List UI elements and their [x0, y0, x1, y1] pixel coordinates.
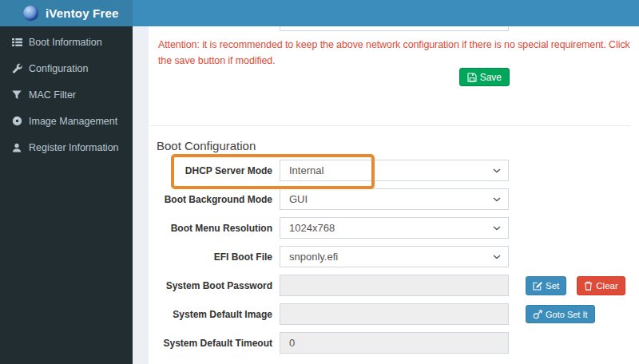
field-label: EFI Boot File — [157, 251, 272, 263]
clear-button-label: Clear — [596, 281, 617, 291]
sidebar-item-label: MAC Filter — [29, 89, 76, 101]
selected-value: 1024x768 — [280, 222, 335, 234]
system-boot-password-input — [280, 275, 509, 296]
wrench-icon — [11, 63, 22, 73]
section-title: Boot Configuration — [157, 139, 256, 152]
clear-password-button[interactable]: Clear — [577, 276, 625, 295]
boot-background-mode-select[interactable]: GUI — [280, 188, 509, 210]
sidebar-item-label: Boot Information — [29, 37, 102, 48]
user-icon — [11, 142, 22, 152]
trash-icon — [584, 281, 593, 291]
system-default-image-input — [280, 303, 509, 325]
field-label: System Boot Password — [157, 280, 272, 291]
sidebar-item-boot-information[interactable]: Boot Information — [0, 29, 133, 55]
floppy-icon — [467, 73, 477, 82]
image-actions: Goto Set It — [526, 305, 595, 323]
sidebar: Boot Information Configuration MAC Filte… — [0, 26, 133, 364]
selected-value: Internal — [280, 164, 323, 176]
form-row-boot-menu-resolution: Boot Menu Resolution 1024x768 — [157, 217, 625, 239]
chevron-down-icon — [493, 226, 501, 231]
form-row-system-default-image: System Default Image Goto Set It — [157, 303, 625, 325]
password-actions: Set Clear — [526, 276, 625, 295]
sidebar-item-register-information[interactable]: Register Information — [0, 134, 133, 160]
disc-icon — [11, 116, 22, 126]
save-button-label: Save — [480, 72, 502, 83]
field-label: System Default Timeout — [157, 338, 272, 349]
system-default-timeout-input: 0 — [280, 332, 509, 354]
goto-set-it-button[interactable]: Goto Set It — [526, 305, 595, 323]
chevron-down-icon — [493, 168, 501, 173]
form-row-system-boot-password: System Boot Password Set Clear — [157, 275, 625, 296]
set-button-label: Set — [546, 281, 559, 291]
form-row-system-default-timeout: System Default Timeout 0 — [157, 332, 625, 354]
sidebar-item-label: Configuration — [29, 63, 88, 74]
form-row-efi-boot-file: EFI Boot File snponly.efi — [157, 246, 625, 267]
chevron-down-icon — [493, 255, 501, 259]
attention-notice: Attention: it is recommended to keep the… — [158, 37, 634, 69]
main-content: Attention: it is recommended to keep the… — [133, 26, 639, 364]
sidebar-item-label: Register Information — [29, 142, 119, 153]
selected-value: snponly.efi — [280, 251, 338, 263]
sidebar-item-mac-filter[interactable]: MAC Filter — [0, 81, 133, 108]
sidebar-item-image-management[interactable]: Image Management — [0, 108, 133, 134]
mars-icon — [533, 310, 542, 319]
iventoy-globe-icon — [23, 6, 38, 21]
filter-icon — [11, 89, 22, 100]
field-label: Boot Background Mode — [157, 194, 272, 205]
set-password-button[interactable]: Set — [526, 276, 566, 295]
field-label: System Default Image — [157, 309, 272, 320]
input-value: 0 — [280, 337, 295, 349]
logo-area[interactable]: iVentoy Free — [0, 0, 133, 26]
chevron-down-icon — [493, 197, 501, 202]
boot-config-form: DHCP Server Mode Internal Boot Backgroun… — [157, 160, 625, 361]
goto-button-label: Goto Set It — [546, 310, 588, 319]
sidebar-item-label: Image Management — [29, 116, 117, 127]
field-label: Boot Menu Resolution — [157, 223, 272, 234]
boot-menu-resolution-select[interactable]: 1024x768 — [280, 217, 509, 239]
form-row-boot-background-mode: Boot Background Mode GUI — [157, 188, 625, 210]
save-button[interactable]: Save — [459, 68, 510, 86]
edit-icon — [533, 281, 542, 291]
configuration-card: Attention: it is recommended to keep the… — [149, 26, 639, 364]
selected-value: GUI — [280, 193, 308, 205]
list-icon — [11, 37, 22, 47]
app-title: iVentoy Free — [46, 6, 119, 20]
sidebar-item-configuration[interactable]: Configuration — [0, 55, 133, 81]
dhcp-server-mode-select[interactable]: Internal — [280, 160, 509, 181]
field-label: DHCP Server Mode — [157, 165, 272, 176]
efi-boot-file-select[interactable]: snponly.efi — [280, 246, 509, 267]
top-navbar: iVentoy Free — [0, 0, 639, 26]
form-row-dhcp-server-mode: DHCP Server Mode Internal — [157, 160, 625, 181]
section-divider — [150, 125, 631, 126]
clipped-select-fragment[interactable] — [280, 26, 509, 31]
